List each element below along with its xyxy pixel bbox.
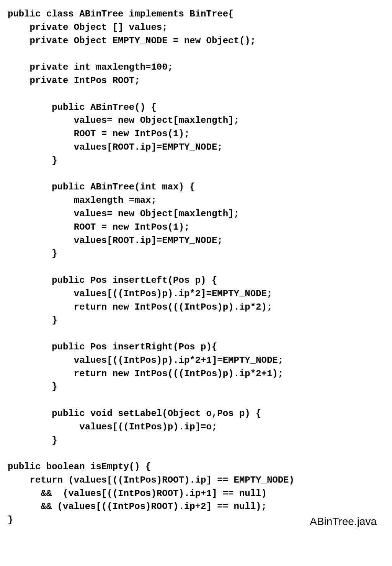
code-block: public class ABinTree implements BinTree…	[8, 8, 384, 527]
filename-label: ABinTree.java	[8, 514, 384, 530]
